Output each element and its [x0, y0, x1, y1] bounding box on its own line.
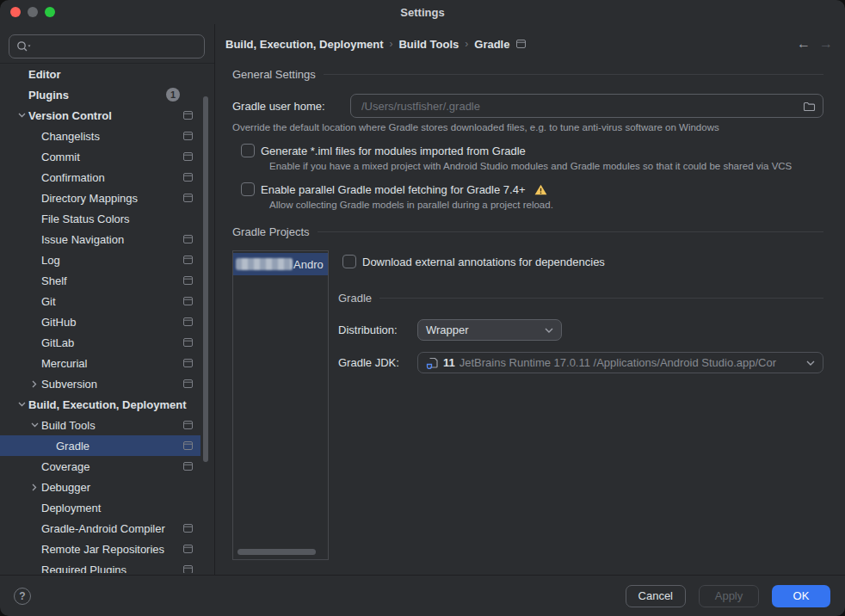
sidebar-item-label: GitHub — [41, 316, 76, 329]
project-setting-icon — [183, 317, 193, 326]
project-list-item-selected[interactable]: Andro — [233, 253, 328, 275]
project-list-horizontal-scrollbar[interactable] — [237, 549, 316, 555]
dialog-footer: ? Cancel Apply OK — [0, 575, 845, 616]
close-window-button[interactable] — [10, 7, 21, 17]
generate-iml-note: Enable if you have a mixed project with … — [269, 161, 823, 171]
gradle-user-home-row: Gradle user home: — [232, 94, 823, 118]
project-setting-icon — [183, 132, 193, 140]
distribution-row: Distribution: Wrapper — [338, 319, 823, 341]
download-annotations-checkbox[interactable] — [342, 255, 356, 268]
sidebar-item-directory-mappings[interactable]: Directory Mappings — [0, 188, 200, 208]
gradle-jdk-label: Gradle JDK: — [338, 356, 417, 369]
sidebar-item-label: Required Plugins — [41, 564, 126, 574]
apply-button: Apply — [699, 585, 759, 607]
sidebar-item-build-tools[interactable]: Build Tools — [0, 415, 200, 435]
chevron-down-icon[interactable] — [28, 422, 41, 428]
search-area — [0, 24, 214, 64]
project-setting-icon — [183, 194, 193, 202]
sidebar-item-editor[interactable]: Editor — [0, 64, 200, 84]
sidebar-item-gradle[interactable]: Gradle — [0, 435, 200, 456]
gradle-user-home-note: Override the default location where Grad… — [232, 122, 823, 132]
sidebar-item-mercurial[interactable]: Mercurial — [0, 353, 200, 373]
sidebar-item-gradle-android-compiler[interactable]: Gradle-Android Compiler — [0, 518, 200, 539]
project-setting-icon — [183, 524, 193, 533]
chevron-right-icon[interactable] — [28, 484, 41, 491]
sidebar-item-github[interactable]: GitHub — [0, 311, 200, 332]
sidebar-item-coverage[interactable]: Coverage — [0, 456, 200, 477]
sidebar-item-label: Shelf — [41, 274, 67, 287]
project-setting-icon — [183, 462, 193, 471]
section-title: Gradle Projects — [232, 225, 310, 238]
sidebar-item-build-execution-deployment[interactable]: Build, Execution, Deployment — [0, 394, 200, 415]
gradle-user-home-field[interactable] — [350, 94, 823, 118]
sidebar-item-label: Editor — [28, 68, 61, 81]
sidebar-item-gitlab[interactable]: GitLab — [0, 332, 200, 353]
settings-search-field[interactable] — [9, 34, 205, 59]
navigate-back-icon[interactable]: ← — [797, 37, 811, 51]
sidebar-item-plugins[interactable]: Plugins1 — [0, 84, 200, 105]
project-setting-icon — [183, 152, 193, 161]
section-divider — [379, 298, 823, 299]
project-settings-pane: Download external annotations for depend… — [338, 250, 823, 560]
sidebar-item-version-control[interactable]: Version Control — [0, 105, 200, 126]
folder-browse-icon[interactable] — [803, 101, 816, 112]
sidebar-item-commit[interactable]: Commit — [0, 146, 200, 167]
section-divider — [324, 74, 823, 75]
sidebar-item-label: Build Tools — [41, 419, 96, 432]
breadcrumb-item-build-execution-deployment[interactable]: Build, Execution, Deployment — [225, 38, 383, 51]
sidebar-item-confirmation[interactable]: Confirmation — [0, 167, 200, 188]
sidebar-item-label: Changelists — [41, 130, 100, 143]
ok-button[interactable]: OK — [772, 585, 830, 607]
zoom-window-button[interactable] — [45, 7, 55, 17]
breadcrumb-separator: › — [465, 38, 468, 50]
sidebar-item-remote-jar-repositories[interactable]: Remote Jar Repositories — [0, 539, 200, 559]
project-setting-icon — [183, 276, 193, 285]
sidebar-item-issue-navigation[interactable]: Issue Navigation — [0, 229, 200, 249]
cancel-button[interactable]: Cancel — [626, 585, 686, 607]
distribution-label: Distribution: — [338, 323, 417, 336]
parallel-fetch-checkbox[interactable] — [241, 182, 255, 196]
sidebar-item-required-plugins[interactable]: Required Plugins — [0, 559, 200, 573]
gradle-projects-list[interactable]: Andro — [232, 250, 329, 560]
sidebar-item-label: Commit — [41, 151, 80, 163]
chevron-down-icon[interactable] — [15, 402, 28, 407]
sidebar-item-deployment[interactable]: Deployment — [0, 497, 200, 518]
sidebar-scrollbar[interactable] — [203, 96, 208, 462]
sidebar-item-git[interactable]: Git — [0, 291, 200, 311]
breadcrumb-separator: › — [389, 38, 392, 50]
project-setting-icon — [183, 565, 193, 573]
breadcrumb-item-gradle[interactable]: Gradle — [474, 38, 509, 51]
sidebar-item-label: Debugger — [41, 481, 90, 494]
search-input[interactable] — [34, 40, 197, 54]
sidebar-item-label: GitLab — [41, 336, 74, 349]
main-panel: Build, Execution, Deployment › Build Too… — [215, 24, 845, 575]
project-setting-icon — [183, 421, 193, 429]
help-icon[interactable]: ? — [14, 588, 31, 605]
gradle-projects-header: Gradle Projects — [232, 225, 823, 238]
sidebar-item-label: Git — [41, 295, 56, 308]
chevron-right-icon[interactable] — [28, 380, 41, 388]
gradle-jdk-select[interactable]: 11 JetBrains Runtime 17.0.11 /Applicatio… — [417, 352, 823, 373]
gradle-subsection-header: Gradle — [338, 292, 823, 305]
chevron-down-icon[interactable] — [15, 113, 28, 118]
sidebar-item-shelf[interactable]: Shelf — [0, 270, 200, 291]
sidebar-item-file-status-colors[interactable]: File Status Colors — [0, 208, 200, 229]
minimize-window-button — [28, 7, 38, 17]
sidebar-item-label: Subversion — [41, 378, 97, 391]
sidebar-item-label: Version Control — [28, 109, 112, 122]
project-setting-icon — [516, 40, 526, 48]
sidebar-item-subversion[interactable]: Subversion — [0, 373, 200, 394]
sidebar-item-changelists[interactable]: Changelists — [0, 126, 200, 146]
project-setting-icon — [183, 441, 193, 450]
gradle-user-home-label: Gradle user home: — [232, 100, 350, 113]
section-title: General Settings — [232, 68, 316, 81]
gradle-user-home-input[interactable] — [360, 99, 803, 114]
sidebar-item-debugger[interactable]: Debugger — [0, 477, 200, 497]
distribution-select[interactable]: Wrapper — [417, 319, 562, 341]
sidebar-item-label: Plugins — [28, 89, 69, 102]
breadcrumb-item-build-tools[interactable]: Build Tools — [398, 38, 459, 51]
sidebar-item-label: Deployment — [41, 502, 101, 514]
generate-iml-checkbox[interactable] — [241, 144, 255, 157]
distribution-value: Wrapper — [426, 323, 469, 336]
sidebar-item-log[interactable]: Log — [0, 249, 200, 270]
